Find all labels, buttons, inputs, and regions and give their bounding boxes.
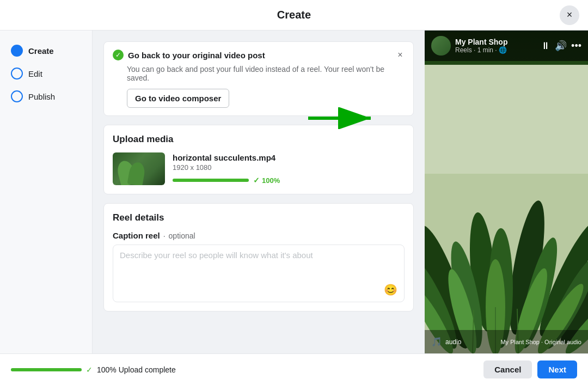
step-circle-edit xyxy=(11,68,23,80)
modal-title: Create xyxy=(277,9,311,21)
upload-media-title: Upload media xyxy=(113,134,405,145)
modal-overlay: Create × Create Edit Publish xyxy=(0,0,588,385)
preview-user-info: My Plant Shop Reels · 1 min · 🌐 xyxy=(455,38,536,54)
caption-textarea[interactable] xyxy=(120,250,397,294)
upload-progress-label: 100% Upload complete xyxy=(97,365,176,374)
file-thumbnail xyxy=(113,152,165,185)
sidebar-step-create[interactable]: Create xyxy=(0,39,92,62)
preview-video-area xyxy=(425,30,588,353)
alert-banner: ✓ Go back to your original video post Yo… xyxy=(103,41,414,116)
sidebar-label-publish: Publish xyxy=(28,92,55,101)
progress-row: ✓ 100% xyxy=(173,176,405,185)
preview-header: My Plant Shop Reels · 1 min · 🌐 ⏸ 🔊 ••• xyxy=(425,30,588,61)
preview-panel: My Plant Shop Reels · 1 min · 🌐 ⏸ 🔊 ••• xyxy=(425,30,588,353)
audio-info: 🎵 audio xyxy=(431,337,461,347)
svg-rect-3 xyxy=(425,65,588,174)
modal: Create × Create Edit Publish xyxy=(0,0,588,385)
alert-body: You can go back and post your full video… xyxy=(113,65,405,82)
upload-progress-bar-bg xyxy=(11,368,82,371)
preview-controls: ⏸ 🔊 ••• xyxy=(541,40,581,52)
upload-status: ✓ 100% Upload complete xyxy=(11,365,176,374)
step-circle-publish xyxy=(11,90,23,102)
emoji-icon[interactable]: 😊 xyxy=(384,283,397,296)
upload-progress-bar-fill xyxy=(11,368,82,371)
main-content: ✓ Go back to your original video post Yo… xyxy=(93,30,425,353)
sidebar: Create Edit Publish xyxy=(0,30,93,353)
progress-label: 100% xyxy=(262,176,280,185)
step-circle-create xyxy=(11,45,23,57)
alert-close-button[interactable]: × xyxy=(394,48,407,62)
caption-textarea-wrapper: 😊 xyxy=(113,245,405,302)
sidebar-step-publish[interactable]: Publish xyxy=(0,85,92,108)
footer-buttons: Cancel Next xyxy=(483,360,577,378)
reel-details-section: Reel details Caption reel · optional 😊 xyxy=(103,203,414,311)
next-button[interactable]: Next xyxy=(537,360,577,378)
go-to-video-composer-button[interactable]: Go to video composer xyxy=(127,89,229,108)
file-name: horizontal succulents.mp4 xyxy=(173,153,405,162)
plant-svg xyxy=(425,65,588,353)
audio-wave-icon: 🎵 xyxy=(431,337,442,347)
file-dimensions: 1920 x 1080 xyxy=(173,163,405,172)
audio-owner: My Plant Shop · Original audio xyxy=(500,339,581,345)
progress-bar-fill xyxy=(173,179,249,182)
alert-check-icon: ✓ xyxy=(113,50,124,60)
preview-bottom-bar: 🎵 audio My Plant Shop · Original audio xyxy=(425,330,588,353)
upload-media-section: Upload media horizontal succulents.mp4 1… xyxy=(103,125,414,194)
preview-meta: Reels · 1 min · 🌐 xyxy=(455,46,536,54)
sidebar-label-edit: Edit xyxy=(28,69,42,78)
file-info: horizontal succulents.mp4 1920 x 1080 ✓ … xyxy=(173,153,405,185)
progress-text: ✓ 100% xyxy=(253,176,280,185)
preview-volume-button[interactable]: 🔊 xyxy=(555,40,567,52)
modal-header: Create × xyxy=(0,0,588,30)
alert-header: ✓ Go back to your original video post xyxy=(113,50,405,60)
modal-body: Create Edit Publish ✓ Go back to your xyxy=(0,30,588,353)
upload-check-icon: ✓ xyxy=(86,365,93,374)
cancel-button[interactable]: Cancel xyxy=(483,360,532,378)
caption-label: Caption reel · optional xyxy=(113,231,405,240)
close-button[interactable]: × xyxy=(560,5,579,25)
sidebar-step-edit[interactable]: Edit xyxy=(0,62,92,85)
preview-pause-button[interactable]: ⏸ xyxy=(541,40,550,52)
caption-label-text: Caption reel xyxy=(113,231,160,240)
preview-username: My Plant Shop xyxy=(455,38,536,46)
audio-label: audio xyxy=(445,338,461,346)
reel-details-title: Reel details xyxy=(113,212,405,223)
progress-bar-bg xyxy=(173,179,249,182)
preview-more-button[interactable]: ••• xyxy=(571,40,581,52)
file-row: horizontal succulents.mp4 1920 x 1080 ✓ … xyxy=(113,152,405,185)
preview-avatar xyxy=(431,36,451,56)
caption-optional-text: optional xyxy=(169,231,195,240)
alert-title: Go back to your original video post xyxy=(128,51,265,60)
plant-thumb-image xyxy=(113,152,165,185)
sidebar-label-create: Create xyxy=(28,46,54,56)
modal-footer: ✓ 100% Upload complete Cancel Next xyxy=(0,353,588,385)
